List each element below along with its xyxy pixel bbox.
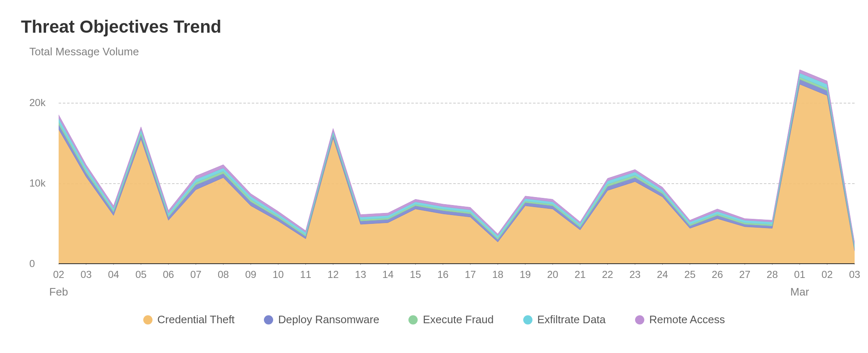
- x-tick-label: 13: [355, 269, 366, 280]
- x-tick-label: 15: [410, 269, 421, 280]
- x-tick-label: 24: [657, 269, 668, 280]
- x-tick-label: 02: [53, 269, 65, 280]
- x-tick-label: 17: [465, 269, 476, 280]
- x-axis-ticks: 0203040506070809101112131415161718192021…: [59, 269, 855, 286]
- legend-item-execute-fraud[interactable]: Execute Fraud: [408, 313, 493, 326]
- x-tick-label: 01: [794, 269, 806, 280]
- x-tick-label: 04: [108, 269, 119, 280]
- month-label: Mar: [790, 286, 809, 298]
- legend-swatch: [264, 315, 273, 324]
- y-tick-label: 10k: [29, 177, 46, 189]
- month-label: Feb: [49, 286, 68, 298]
- x-tick-label: 27: [739, 269, 751, 280]
- x-tick-label: 16: [437, 269, 449, 280]
- legend-swatch: [635, 315, 644, 324]
- area-chart: [59, 62, 855, 265]
- x-tick-label: 02: [822, 269, 833, 280]
- legend-swatch: [523, 315, 532, 324]
- x-tick-label: 18: [492, 269, 504, 280]
- area-credential-theft: [59, 84, 855, 264]
- legend: Credential TheftDeploy RansomwareExecute…: [17, 313, 851, 326]
- x-tick-label: 07: [190, 269, 202, 280]
- plot-area: 010k20k: [34, 62, 855, 264]
- x-tick-label: 26: [712, 269, 723, 280]
- x-tick-label: 05: [135, 269, 147, 280]
- x-tick-label: 12: [328, 269, 339, 280]
- y-tick-label: 0: [29, 258, 35, 270]
- x-tick-label: 14: [382, 269, 394, 280]
- x-tick-label: 25: [685, 269, 696, 280]
- legend-label: Credential Theft: [158, 313, 235, 326]
- x-tick-label: 03: [849, 269, 860, 280]
- y-axis-label: Total Message Volume: [29, 45, 851, 58]
- chart-card: Threat Objectives Trend Total Message Vo…: [0, 0, 868, 353]
- x-tick-label: 28: [767, 269, 778, 280]
- legend-swatch: [408, 315, 418, 324]
- x-tick-label: 21: [574, 269, 586, 280]
- x-tick-label: 11: [300, 269, 311, 280]
- x-tick-label: 06: [163, 269, 174, 280]
- x-tick-label: 22: [602, 269, 613, 280]
- x-tick-label: 09: [245, 269, 256, 280]
- legend-item-credential-theft[interactable]: Credential Theft: [143, 313, 235, 326]
- x-tick-label: 03: [80, 269, 92, 280]
- x-tick-label: 19: [519, 269, 531, 280]
- x-tick-label: 20: [547, 269, 558, 280]
- x-tick-label: 10: [273, 269, 284, 280]
- y-tick-label: 20k: [29, 97, 46, 109]
- x-axis-month-row: FebMar: [59, 286, 855, 301]
- legend-label: Execute Fraud: [423, 313, 493, 326]
- x-tick-label: 08: [218, 269, 229, 280]
- x-tick-label: 23: [630, 269, 641, 280]
- legend-item-remote-access[interactable]: Remote Access: [635, 313, 725, 326]
- legend-label: Exfiltrate Data: [537, 313, 606, 326]
- legend-swatch: [143, 315, 152, 324]
- legend-label: Deploy Ransomware: [278, 313, 379, 326]
- legend-item-deploy-ransomware[interactable]: Deploy Ransomware: [264, 313, 379, 326]
- legend-label: Remote Access: [649, 313, 725, 326]
- chart-title: Threat Objectives Trend: [21, 17, 851, 37]
- legend-item-exfiltrate-data[interactable]: Exfiltrate Data: [523, 313, 606, 326]
